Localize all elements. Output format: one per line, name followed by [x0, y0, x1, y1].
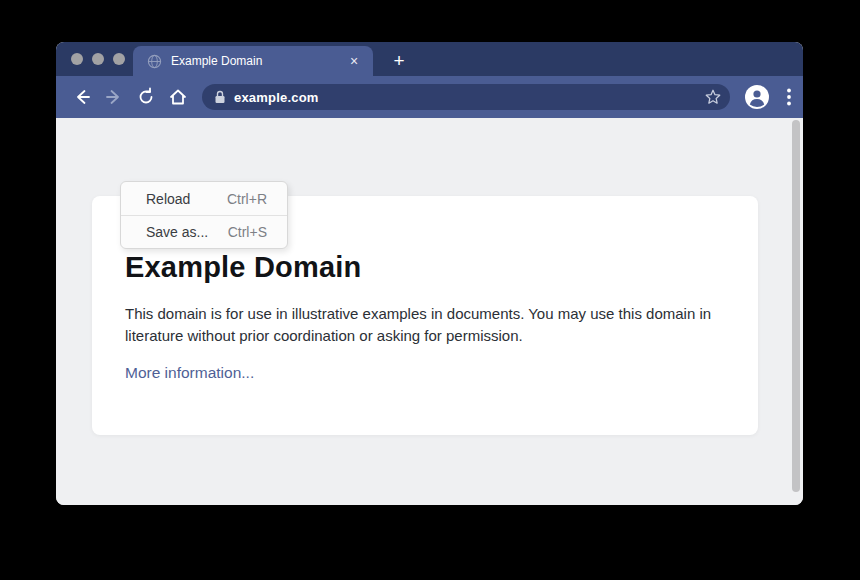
forward-button[interactable]: [100, 83, 128, 111]
page-title: Example Domain: [125, 251, 725, 284]
navigation-toolbar: example.com: [56, 76, 803, 118]
titlebar: Example Domain × +: [56, 42, 803, 76]
context-menu: Reload Ctrl+R Save as... Ctrl+S: [120, 181, 288, 249]
context-menu-item-reload[interactable]: Reload Ctrl+R: [121, 182, 287, 215]
home-button[interactable]: [164, 83, 192, 111]
page-content: Example Domain This domain is for use in…: [56, 118, 803, 505]
arrow-left-icon: [72, 87, 92, 107]
home-icon: [168, 87, 188, 107]
menu-item-label: Save as...: [146, 224, 208, 240]
reload-icon: [136, 87, 156, 107]
lock-icon: [214, 90, 226, 104]
minimize-window-button[interactable]: [92, 53, 104, 65]
more-information-link[interactable]: More information...: [125, 364, 254, 382]
back-button[interactable]: [68, 83, 96, 111]
menu-item-label: Reload: [146, 191, 190, 207]
browser-menu-button[interactable]: [779, 84, 799, 110]
reload-button[interactable]: [132, 83, 160, 111]
tab-example-domain[interactable]: Example Domain ×: [133, 46, 373, 76]
menu-item-shortcut: Ctrl+S: [228, 224, 267, 240]
globe-favicon-icon: [147, 54, 162, 69]
traffic-lights: [71, 42, 125, 76]
new-tab-button[interactable]: +: [384, 46, 414, 76]
context-menu-item-save-as[interactable]: Save as... Ctrl+S: [121, 215, 287, 248]
avatar-icon: [744, 84, 770, 110]
vertical-scrollbar[interactable]: [792, 120, 800, 492]
maximize-window-button[interactable]: [113, 53, 125, 65]
profile-avatar-button[interactable]: [744, 84, 770, 110]
arrow-right-icon: [104, 87, 124, 107]
tab-close-icon[interactable]: ×: [345, 52, 363, 70]
address-bar[interactable]: example.com: [202, 84, 730, 110]
browser-window: Example Domain × +: [56, 42, 803, 505]
tab-title: Example Domain: [171, 54, 345, 68]
close-window-button[interactable]: [71, 53, 83, 65]
page-body-text: This domain is for use in illustrative e…: [125, 303, 717, 347]
bookmark-star-icon[interactable]: [704, 88, 722, 106]
three-dots-vertical-icon: [787, 88, 791, 106]
url-text[interactable]: example.com: [234, 90, 704, 105]
menu-item-shortcut: Ctrl+R: [227, 191, 267, 207]
